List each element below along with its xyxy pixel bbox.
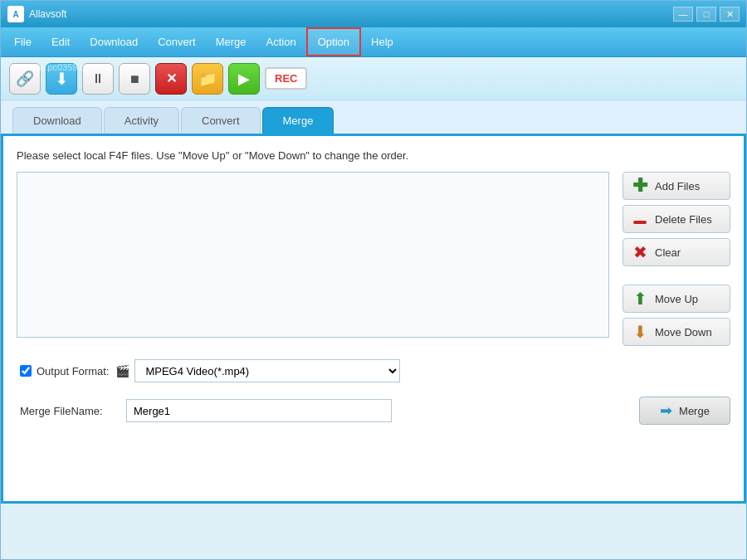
maximize-button[interactable]: □ (696, 7, 716, 22)
clear-button[interactable]: ✖ Clear (622, 238, 730, 266)
tab-convert[interactable]: Convert (181, 107, 261, 134)
output-format-row: Output Format: 🎬 MPEG4 Video(*.mp4) (20, 359, 730, 382)
folder-button[interactable]: 📁 (192, 63, 223, 95)
menu-file[interactable]: File (4, 27, 42, 56)
link-icon: 🔗 (16, 70, 34, 88)
title-bar: A Allavsoft — □ ✕ (1, 1, 746, 27)
menu-edit[interactable]: Edit (42, 27, 80, 56)
output-format-label: Output Format: (20, 365, 115, 377)
folder-icon: 📁 (198, 70, 217, 88)
merge-arrow-icon: ➡ (660, 402, 672, 420)
window-controls: — □ ✕ (673, 7, 740, 22)
link-button[interactable]: 🔗 (9, 63, 41, 95)
menu-help[interactable]: Help (361, 27, 403, 56)
merge-filename-row: Merge FileName: ➡ Merge (20, 399, 730, 422)
add-files-button[interactable]: ✚ Add Files (622, 172, 730, 200)
menu-action[interactable]: Action (256, 27, 306, 56)
download-button[interactable]: ⬇ (46, 63, 77, 95)
merge-button[interactable]: ➡ Merge (639, 397, 730, 425)
x-icon: ✖ (632, 244, 648, 261)
format-select[interactable]: MPEG4 Video(*.mp4) (134, 359, 400, 382)
stop-icon: ⏹ (129, 72, 140, 85)
merge-filename-label: Merge FileName: (20, 405, 120, 417)
tab-activity[interactable]: Activity (104, 107, 179, 134)
down-arrow-icon: ⬇ (632, 324, 648, 340)
content-panel: Please select local F4F files. Use "Move… (3, 136, 744, 501)
cancel-button[interactable]: ✕ (155, 63, 187, 95)
play-button[interactable]: ▶ (228, 63, 260, 95)
menu-bar: File Edit Download Convert Merge Action … (1, 27, 746, 57)
menu-merge[interactable]: Merge (206, 27, 256, 56)
cancel-icon: ✕ (166, 71, 177, 86)
up-arrow-icon: ⬆ (632, 290, 648, 307)
output-format-checkbox[interactable] (20, 365, 32, 377)
tab-bar: Download Activity Convert Merge (1, 100, 746, 134)
file-list-box[interactable] (17, 172, 609, 338)
rec-label: REC (275, 72, 297, 85)
move-up-button[interactable]: ⬆ Move Up (622, 285, 730, 313)
files-area: ✚ Add Files Delete Files ✖ Clear (17, 172, 730, 346)
menu-download[interactable]: Download (80, 27, 148, 56)
output-format-label-text: Output Format: (37, 365, 109, 377)
menu-option[interactable]: Option (306, 27, 361, 56)
move-down-button[interactable]: ⬇ Move Down (622, 318, 730, 346)
toolbar: 🔗 ⬇ ⏸ ⏹ ✕ 📁 ▶ REC (1, 57, 746, 100)
merge-filename-input[interactable] (126, 399, 392, 422)
bottom-spacer (1, 504, 746, 560)
file-buttons: ✚ Add Files Delete Files ✖ Clear (622, 172, 730, 346)
tab-download[interactable]: Download (12, 107, 102, 134)
merge-button-container: ➡ Merge (639, 397, 730, 425)
close-button[interactable]: ✕ (720, 7, 740, 22)
stop-button[interactable]: ⏹ (119, 63, 150, 95)
bottom-rows: Output Format: 🎬 MPEG4 Video(*.mp4) Merg… (17, 359, 730, 422)
menu-convert[interactable]: Convert (148, 27, 206, 56)
pause-button[interactable]: ⏸ (82, 63, 114, 95)
rec-button[interactable]: REC (265, 67, 307, 90)
minimize-button[interactable]: — (673, 7, 693, 22)
tab-merge[interactable]: Merge (262, 107, 334, 134)
download-icon: ⬇ (55, 69, 69, 89)
instruction-text: Please select local F4F files. Use "Move… (17, 149, 730, 162)
pause-icon: ⏸ (91, 71, 105, 86)
window-title: Allavsoft (29, 8, 673, 20)
app-icon: A (7, 6, 24, 22)
delete-files-button[interactable]: Delete Files (622, 205, 730, 233)
main-content: Please select local F4F files. Use "Move… (1, 134, 746, 504)
play-icon: ▶ (238, 70, 250, 88)
minus-icon (632, 211, 648, 227)
plus-icon: ✚ (632, 178, 648, 194)
